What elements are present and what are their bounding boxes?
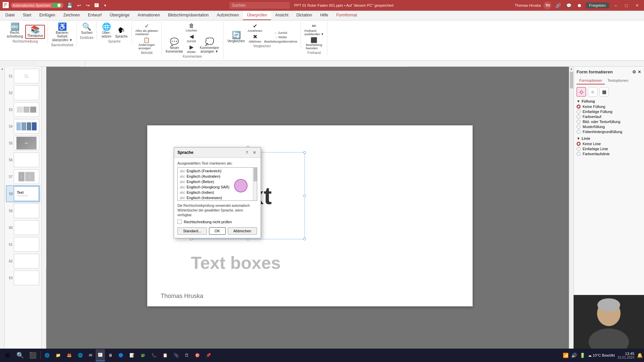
dialog-help-btn[interactable]: ? [244,149,250,156]
weiter-vergl-btn[interactable]: → Weiter [264,35,298,39]
suchen-btn[interactable]: 🔍 Suchen [80,22,94,35]
dialog-list-item-4[interactable]: abc Englisch (Indien) [178,190,257,195]
line-option-1[interactable]: Einfarbige Linie [577,147,641,151]
line-option-0[interactable]: Keine Linie [577,142,641,146]
close-btn[interactable]: ✕ [633,3,641,8]
tab-ansicht[interactable]: Ansicht [271,11,292,20]
bearbeitungsuebernahme-btn[interactable]: Bearbeitungsübernahme [264,40,298,44]
aenderungen-anzeigen-btn[interactable]: 📋 Änderungenanzeigen [135,37,159,50]
neuer-kommentar-btn[interactable]: 💬 NeuerKommentar [164,38,184,54]
network-icon[interactable]: 📶 [563,353,569,358]
dialog-list-item-3[interactable]: abc Englisch (Hongkong SAR) [178,184,257,190]
dialog-checkbox[interactable] [177,220,182,224]
record-icon[interactable]: ⏺ [576,3,583,8]
weather-info[interactable]: ☁ 10°C Bewölkt [588,353,615,358]
fill-option-3[interactable]: Bild- oder Texturfüllung [577,120,641,124]
weiter-kommentar-btn[interactable]: ▶ Weiter [185,44,198,54]
slide-canvas[interactable]: Text Text boxes Thomas Hruska Sprache [46,67,574,362]
dialog-list-item-1[interactable]: abc Englisch (Australien) [178,174,257,179]
dialog-scrollbar[interactable] [253,168,257,200]
annehmen-btn[interactable]: ✔ Annehmen [247,22,263,33]
dialog-list-item-5[interactable]: abc Englisch (Indonesien) [178,195,257,200]
dialog-listbox[interactable]: abc Englisch (Frankreich) abc Englisch (… [177,167,257,201]
tab-zeichnen[interactable]: Zeichnen [59,11,84,20]
tab-uebergaenge[interactable]: Übergänge [106,11,133,20]
panel-tab-formoptionen[interactable]: Formoptionen [577,77,605,84]
tab-formformat[interactable]: Formformat [332,11,361,20]
tab-start[interactable]: Start [19,11,35,20]
maximize-btn[interactable]: □ [622,2,630,9]
barrierefreiheit-btn[interactable]: ♿ Barriere-freiheitüberprüfen ▼ [51,22,74,43]
volume-icon[interactable]: 🔊 [571,353,577,358]
search-taskbar-btn[interactable]: 🔍 [14,349,26,361]
panel-icon-fill[interactable]: ◇ [577,87,586,97]
taskbar-clip[interactable]: 📎 [171,349,181,361]
taskbar-word[interactable]: 📝 [127,349,137,361]
save-icon[interactable]: 💾 [65,3,74,8]
panel-icon-shape[interactable]: ○ [588,87,597,97]
dropdown-icon[interactable]: ▼ [102,4,108,7]
uebersetzen-btn[interactable]: 🌐 Über-setzen [100,22,113,39]
dialog-close-btn[interactable]: ✕ [251,149,257,156]
slide-thumb-57[interactable]: 57 T T [6,169,40,185]
share-icon[interactable]: 🔗 [554,3,562,8]
freihand-ausblenden-btn[interactable]: ✏ Freihandausblenden ▼ [304,22,324,36]
loeschen-btn[interactable]: 🗑 Löschen [185,22,198,33]
vergleichen-btn[interactable]: 🔄 Vergleichen [226,31,246,44]
clock[interactable]: 13:45 15.01.2024 [618,352,634,359]
dialog-cancel-btn[interactable]: Abbrechen [228,227,257,235]
dialog-title-bar[interactable]: Sprache ? ✕ [174,147,261,158]
title-search-input[interactable] [229,2,290,9]
autosave-toggle[interactable]: Automatisches Speichern [11,3,63,8]
slide-thumb-54[interactable]: 54 [6,118,40,134]
tab-bildschirmpr[interactable]: Bildschirmpräsentation [164,11,213,20]
line-section-header[interactable]: ▼ Linie [577,136,641,140]
taskbar-phone[interactable]: 📞 [149,349,159,361]
scroll-up-btn[interactable]: ▲ [0,67,4,71]
taskbar-firefox[interactable]: 🦊 [64,349,74,361]
taskbar-chrome[interactable]: 🌐 [75,349,86,361]
slide-thumb-51[interactable]: 51 TextFolie [6,68,40,84]
fill-option-0[interactable]: Keine Füllung [577,105,641,109]
slide-thumb-60[interactable]: 60 [6,220,40,236]
taskbar-pin[interactable]: 📌 [203,349,214,361]
tab-datei[interactable]: Datei [1,11,19,20]
comments-icon[interactable]: 💬 [565,3,573,8]
slide-thumb-59[interactable]: 59 [6,203,40,219]
start-btn[interactable]: ⊞ [1,349,13,361]
slide-thumb-62[interactable]: 62 [6,253,40,269]
fill-option-4[interactable]: Musterfüllung [577,125,641,129]
taskbar-notion[interactable]: 📋 [160,349,170,361]
taskbar-powerpoint[interactable]: 🅿 [96,349,105,361]
taskbar-dragon[interactable]: 🐲 [138,349,148,361]
rechtschreibung-btn[interactable]: 🔤 Recht-schreibung [5,22,24,39]
taskbar-edge[interactable]: 🌐 [42,349,52,361]
alles-gelesen-btn[interactable]: ✓ Alles als gelesenmarkieren [135,22,159,36]
bearbeitung-beenden-btn[interactable]: ⬛ Bearbeitungbeenden [304,37,324,50]
slide-thumb-52[interactable]: 52 [6,85,40,101]
line-option-2[interactable]: Farbverlaufslinie [577,152,641,156]
slide-thumb-63[interactable]: 63 [6,270,40,286]
kommentare-anzeigen-btn[interactable]: 💭 Kommentareanzeigen ▼ [199,38,220,54]
taskview-btn[interactable]: ⬛ [27,349,39,361]
thesaurus-btn[interactable]: 📚 Thesaurus [25,25,45,39]
share-btn[interactable]: Freigeben [586,2,609,8]
slide-thumb-55[interactable]: 55 IMG [6,135,40,151]
tab-aufzeichnen[interactable]: Aufzeichnen [213,11,243,20]
zurueck-kommentar-btn[interactable]: ◀ Zurück [185,33,198,43]
dialog-standard-btn[interactable]: Standard... [177,227,207,235]
taskbar-mail[interactable]: ✉ [86,349,95,361]
handle-br[interactable] [303,238,306,240]
dialog-list-item-0[interactable]: abc Englisch (Frankreich) [178,168,257,174]
tab-animationen[interactable]: Animationen [133,11,164,20]
autosave-switch[interactable] [52,3,61,8]
redo-icon[interactable]: ↪ [85,3,91,8]
fill-option-1[interactable]: Einfarbige Füllung [577,110,641,114]
zurueck-vergl-btn[interactable]: ← Zurück [264,31,298,35]
panel-close-icon[interactable]: ✕ [638,69,641,74]
tab-ueberpruefen[interactable]: Überprüfen [243,11,271,20]
fill-option-5[interactable]: Folienhintergrundfüllung [577,130,641,134]
panel-icon-grid[interactable]: ▦ [599,87,609,97]
handle-tr[interactable] [303,151,306,154]
slide-thumb-58[interactable]: 58 Text Text boxes [6,185,40,202]
